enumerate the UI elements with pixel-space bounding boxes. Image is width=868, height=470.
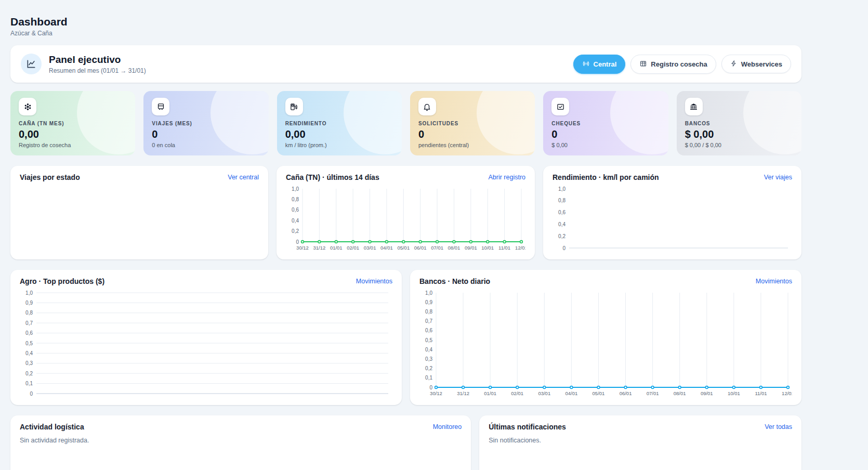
panel-ejecutivo-card: Panel ejecutivo Resumen del mes (01/01 →… [10, 45, 801, 83]
cheque-icon [551, 98, 569, 115]
viajes-por-estado-card: Viajes por estado Ver central [10, 166, 268, 259]
svg-text:0,2: 0,2 [425, 365, 432, 371]
svg-text:0,1: 0,1 [425, 375, 432, 381]
svg-text:0,7: 0,7 [425, 318, 432, 324]
svg-text:01/01: 01/01 [330, 245, 343, 251]
panel-ejecutivo-text: Panel ejecutivo Resumen del mes (01/01 →… [49, 54, 146, 74]
svg-text:0,9: 0,9 [25, 300, 33, 306]
rendimiento-chart-canvas: 1,00,80,60,40,20 [553, 186, 792, 252]
ver-central-link[interactable]: Ver central [228, 174, 259, 181]
card-title: Rendimiento · km/l por camión [553, 173, 659, 181]
svg-text:09/01: 09/01 [465, 245, 477, 251]
svg-text:06/01: 06/01 [414, 245, 427, 251]
ver-todas-link[interactable]: Ver todas [765, 423, 792, 430]
svg-text:09/01: 09/01 [701, 390, 713, 396]
stat-value: 0,00 [285, 128, 393, 140]
viajes-chart-area [20, 186, 259, 252]
svg-text:0,6: 0,6 [558, 210, 565, 215]
svg-text:0: 0 [562, 245, 565, 251]
stat-label: CAÑA (TN MES) [19, 121, 127, 126]
abrir-registro-link[interactable]: Abrir registro [488, 174, 525, 181]
rendimiento-chart-card: Rendimiento · km/l por camión Ver viajes… [543, 166, 801, 259]
cana-chart-canvas: 1,00,80,60,40,2030/1231/1201/0102/0103/0… [286, 186, 525, 252]
svg-text:0,3: 0,3 [25, 360, 33, 366]
svg-text:0,3: 0,3 [425, 356, 432, 362]
svg-text:04/01: 04/01 [565, 390, 577, 396]
stat-sub: $ 0,00 / $ 0,00 [685, 142, 793, 148]
svg-text:0,6: 0,6 [25, 330, 33, 336]
central-button[interactable]: Central [573, 55, 626, 74]
svg-text:0,4: 0,4 [425, 347, 432, 352]
stat-sub: Registro de cosecha [19, 142, 127, 148]
stat-label: SOLICITUDES [418, 121, 527, 126]
registro-cosecha-button[interactable]: Registro cosecha [630, 55, 716, 74]
notificaciones-card: Últimas notificaciones Ver todas Sin not… [479, 415, 801, 470]
svg-text:1,0: 1,0 [292, 186, 299, 192]
svg-text:0,4: 0,4 [558, 221, 565, 227]
stat-value: 0,00 [19, 128, 127, 140]
panel-ejecutivo-heading: Panel ejecutivo Resumen del mes (01/01 →… [21, 54, 146, 74]
truck-icon [152, 98, 169, 115]
svg-text:0,7: 0,7 [25, 320, 33, 326]
stat-sub: pendientes (central) [418, 142, 527, 148]
stat-value: 0 [418, 128, 527, 140]
svg-text:02/01: 02/01 [511, 390, 523, 396]
stat-sub: km / litro (prom.) [285, 142, 393, 148]
svg-text:07/01: 07/01 [431, 245, 443, 251]
svg-text:0: 0 [429, 385, 432, 390]
card-title: Últimas notificaciones [489, 423, 566, 431]
svg-text:11/01: 11/01 [755, 390, 767, 396]
svg-text:0,4: 0,4 [25, 350, 33, 356]
svg-text:0: 0 [30, 391, 33, 397]
actividad-logistica-card: Actividad logística Monitoreo Sin activi… [10, 415, 471, 470]
svg-text:30/12: 30/12 [430, 390, 442, 396]
stat-label: RENDIMIENTO [285, 121, 393, 126]
svg-text:0,9: 0,9 [425, 299, 432, 305]
card-title: Agro · Top productos ($) [20, 277, 104, 285]
webservices-label: Webservices [741, 61, 782, 68]
agro-chart-canvas: 1,00,90,80,70,60,50,40,30,20,10 [20, 290, 392, 398]
stat-bancos: BANCOS $ 0,00 $ 0,00 / $ 0,00 [677, 91, 801, 155]
bolt-icon [730, 60, 738, 68]
webservices-button[interactable]: Webservices [721, 55, 791, 73]
cane-flower-icon [19, 98, 36, 115]
svg-text:0,8: 0,8 [558, 198, 565, 203]
charts-row-1: Viajes por estado Ver central Caña (TN) … [10, 166, 801, 259]
bank-icon [685, 98, 703, 115]
card-title: Bancos · Neto diario [419, 277, 490, 285]
card-title: Actividad logística [20, 423, 84, 431]
broadcast-icon [582, 60, 590, 69]
stat-value: 0 [551, 128, 660, 140]
svg-text:0,4: 0,4 [292, 218, 299, 224]
stat-sub: 0 en cola [152, 142, 260, 148]
monitoreo-link[interactable]: Monitoreo [433, 423, 462, 430]
svg-text:0,1: 0,1 [25, 381, 33, 386]
bottom-row: Actividad logística Monitoreo Sin activi… [10, 415, 801, 470]
kpi-stats-row: CAÑA (TN MES) 0,00 Registro de cosecha V… [10, 91, 801, 155]
svg-text:0,2: 0,2 [558, 233, 565, 239]
stat-label: CHEQUES [551, 121, 660, 126]
svg-text:31/12: 31/12 [457, 390, 469, 396]
page-header: Dashboard Azúcar & Caña [10, 16, 801, 37]
svg-text:08/01: 08/01 [674, 390, 686, 396]
table-icon [639, 60, 647, 69]
panel-subtitle: Resumen del mes (01/01 → 31/01) [49, 67, 146, 74]
agro-movimientos-link[interactable]: Movimientos [356, 278, 392, 285]
registro-cosecha-label: Registro cosecha [651, 61, 707, 68]
stat-rendimiento: RENDIMIENTO 0,00 km / litro (prom.) [277, 91, 402, 155]
svg-text:10/01: 10/01 [728, 390, 740, 396]
bancos-movimientos-link[interactable]: Movimientos [756, 278, 792, 285]
svg-text:03/01: 03/01 [538, 390, 550, 396]
svg-text:10/01: 10/01 [481, 245, 494, 251]
stat-viajes: VIAJES (MES) 0 0 en cola [143, 91, 268, 155]
svg-text:03/01: 03/01 [364, 245, 376, 251]
chart-line-icon [21, 54, 42, 74]
agro-chart-card: Agro · Top productos ($) Movimientos 1,0… [10, 270, 402, 405]
svg-text:0,5: 0,5 [425, 337, 432, 343]
svg-text:1,0: 1,0 [558, 186, 565, 192]
svg-text:31/12: 31/12 [313, 245, 325, 251]
svg-text:0,6: 0,6 [292, 207, 299, 213]
card-title: Viajes por estado [20, 173, 80, 181]
stat-label: BANCOS [685, 121, 793, 126]
ver-viajes-link[interactable]: Ver viajes [764, 174, 792, 181]
